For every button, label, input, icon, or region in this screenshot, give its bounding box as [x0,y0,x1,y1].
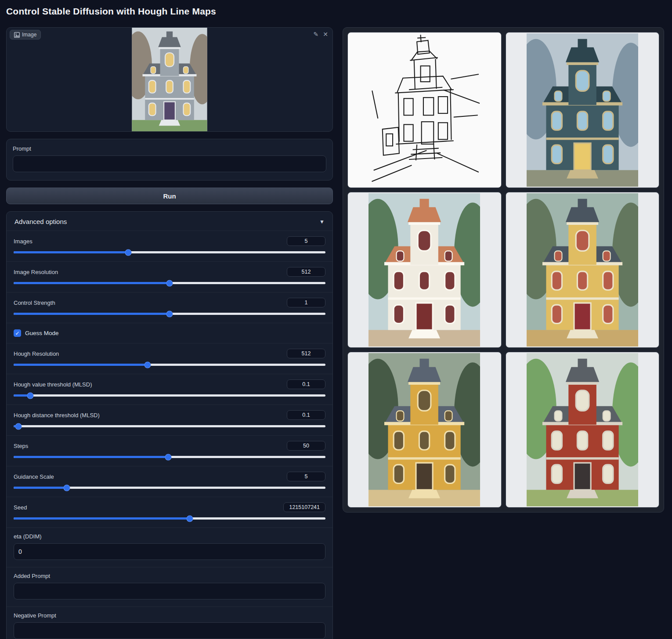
guess-mode-label: Guess Mode [25,330,59,336]
slider-label: Control Strength [14,300,55,306]
slider-thumb[interactable] [63,484,70,491]
eta-label: eta (DDIM) [14,533,325,540]
gallery-item-output-5[interactable] [506,352,660,508]
slider-label: Guidance Scale [14,473,54,480]
input-image [130,28,210,131]
slider-track[interactable] [14,251,325,253]
slider-value[interactable]: 0.1 [287,379,325,389]
slider-value[interactable]: 5 [287,472,325,481]
generated-image-yellow-house [527,193,638,347]
slider-group-seed: Seed 1215107241 [7,497,332,527]
slider-track[interactable] [14,425,325,427]
added-prompt-label: Added Prompt [14,573,325,579]
slider-track[interactable] [14,517,325,520]
edit-image-icon[interactable]: ✎ [314,31,319,37]
gallery-item-output-4[interactable] [347,352,502,508]
clear-image-icon[interactable]: ✕ [323,31,328,37]
slider-thumb[interactable] [15,423,22,430]
prompt-panel: Prompt [6,139,333,181]
slider-label: Image Resolution [14,269,58,275]
slider-group-guidance-scale: Guidance Scale 5 [7,466,332,497]
prompt-input[interactable] [13,155,326,172]
slider-track[interactable] [14,364,325,366]
slider-group-hough-value-threshold: Hough value threshold (MLSD) 0.1 [7,374,332,404]
eta-group: eta (DDIM) [7,527,332,567]
slider-value[interactable]: 50 [287,441,325,451]
negative-prompt-input[interactable] [14,622,325,639]
added-prompt-input[interactable] [14,583,325,599]
slider-track[interactable] [14,394,325,397]
negative-prompt-label: Negative Prompt [14,612,325,619]
slider-group-hough-resolution: Hough Resolution 512 [7,343,332,374]
added-prompt-group: Added Prompt [7,567,332,607]
chevron-down-icon[interactable]: ▼ [319,219,325,225]
check-icon: ✓ [15,330,19,336]
gallery-item-hough-map[interactable] [347,32,502,188]
slider-label: Hough distance threshold (MLSD) [14,412,100,419]
generated-image-white-house [369,193,480,347]
run-button[interactable]: Run [6,188,333,204]
slider-track[interactable] [14,313,325,315]
slider-thumb[interactable] [27,392,34,399]
slider-label: Steps [14,443,28,449]
slider-thumb[interactable] [125,249,131,256]
eta-input[interactable] [14,543,325,560]
slider-thumb[interactable] [145,361,151,368]
gallery-item-output-1[interactable] [506,32,660,188]
slider-label: Seed [14,504,27,511]
slider-group-images: Images 5 [7,231,332,261]
slider-group-image-resolution: Image Resolution 512 [7,261,332,292]
hough-line-map-image [369,33,480,187]
slider-thumb[interactable] [187,515,193,522]
slider-label: Hough Resolution [14,350,59,357]
slider-track[interactable] [14,282,325,284]
slider-label: Hough value threshold (MLSD) [14,381,92,388]
slider-label: Images [14,238,33,245]
guess-mode-row[interactable]: ✓ Guess Mode [7,323,332,343]
gallery-item-output-3[interactable] [506,192,660,348]
page-title: Control Stable Diffusion with Hough Line… [6,6,216,17]
gallery-item-output-2[interactable] [347,192,502,348]
slider-group-steps: Steps 50 [7,435,332,466]
slider-group-hough-distance-threshold: Hough distance threshold (MLSD) 0.1 [7,404,332,435]
input-image-panel[interactable]: Image ✎ ✕ [6,27,333,132]
negative-prompt-group: Negative Prompt [7,607,332,639]
prompt-label: Prompt [13,145,326,152]
generated-image-teal-house [527,33,638,187]
image-icon [14,32,20,38]
generated-image-red-brick-house [527,353,638,506]
slider-group-control-strength: Control Strength 1 [7,292,332,323]
controls-column: Image ✎ ✕ Prompt Run Advanced options ▼ … [6,27,333,639]
advanced-options-header[interactable]: Advanced options ▼ [7,212,332,231]
slider-thumb[interactable] [166,310,173,317]
image-label: Image [22,32,36,38]
slider-value[interactable]: 512 [287,349,325,358]
slider-track[interactable] [14,487,325,489]
slider-thumb[interactable] [165,454,172,460]
slider-track[interactable] [14,456,325,458]
image-label-badge: Image [10,30,41,40]
slider-value[interactable]: 1 [287,298,325,307]
guess-mode-checkbox[interactable]: ✓ [14,329,21,337]
slider-value[interactable]: 512 [287,267,325,277]
generated-image-gold-house [369,353,480,506]
output-gallery [343,27,664,513]
slider-value[interactable]: 0.1 [287,410,325,420]
advanced-options-panel: Advanced options ▼ Images 5 Image Resolu… [6,211,333,639]
slider-value[interactable]: 1215107241 [283,502,325,512]
slider-thumb[interactable] [166,280,173,286]
advanced-options-title: Advanced options [14,218,67,225]
slider-value[interactable]: 5 [287,236,325,246]
app-window: Control Stable Diffusion with Hough Line… [0,0,672,639]
